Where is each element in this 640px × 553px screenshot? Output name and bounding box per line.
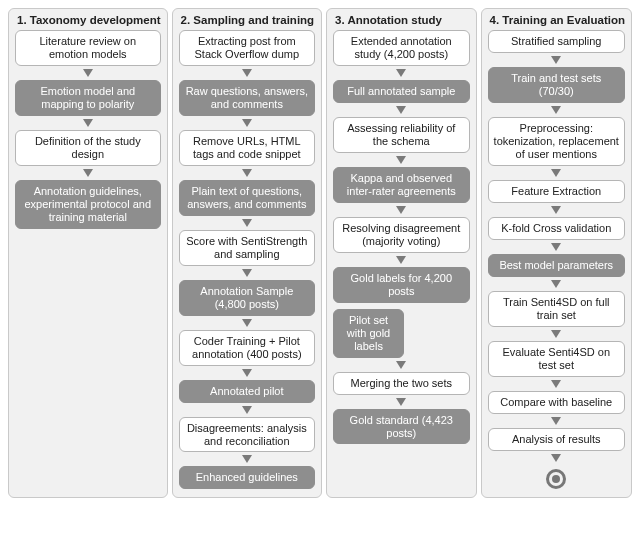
step-box: Gold standard (4,423 posts)	[333, 409, 469, 445]
arrow-down-icon	[83, 69, 93, 77]
column-title: 1. Taxonomy development	[17, 14, 161, 26]
step-box: Pilot set with gold labels	[333, 309, 404, 358]
step-box: Kappa and observed inter-rater agreement…	[333, 167, 469, 203]
step-box: Plain text of questions, answers, and co…	[179, 180, 315, 216]
column-4: 4. Training an EvaluationStratified samp…	[481, 8, 632, 498]
step-box: Analysis of results	[488, 428, 625, 451]
step-box: Feature Extraction	[488, 180, 625, 203]
step-box: Annotated pilot	[179, 380, 315, 403]
step-box: Extended annotation study (4,200 posts)	[333, 30, 469, 66]
step-box: Definition of the study design	[15, 130, 161, 166]
arrow-down-icon	[396, 69, 406, 77]
pilot-subrow: Pilot set with gold labels	[333, 309, 469, 358]
arrow-down-icon	[396, 156, 406, 164]
column-title: 4. Training an Evaluation	[490, 14, 625, 26]
arrow-down-icon	[242, 69, 252, 77]
step-box: Compare with baseline	[488, 391, 625, 414]
arrow-down-icon	[551, 56, 561, 64]
column-title: 3. Annotation study	[335, 14, 442, 26]
arrow-down-icon	[83, 119, 93, 127]
arrow-down-icon	[551, 243, 561, 251]
step-box: K-fold Cross validation	[488, 217, 625, 240]
step-box: Raw questions, answers, and comments	[179, 80, 315, 116]
arrow-down-icon	[551, 380, 561, 388]
workflow-diagram: 1. Taxonomy developmentLiterature review…	[8, 8, 632, 498]
step-box: Stratified sampling	[488, 30, 625, 53]
step-box: Enhanced guidelines	[179, 466, 315, 489]
column-2: 2. Sampling and trainingExtracting post …	[172, 8, 322, 498]
step-box: Train and test sets (70/30)	[488, 67, 625, 103]
arrow-down-icon	[551, 169, 561, 177]
arrow-down-icon	[551, 454, 561, 462]
step-box: Full annotated sample	[333, 80, 469, 103]
step-box: Remove URLs, HTML tags and code snippet	[179, 130, 315, 166]
step-box: Train Senti4SD on full train set	[488, 291, 625, 327]
arrow-down-icon	[242, 219, 252, 227]
column-3: 3. Annotation studyExtended annotation s…	[326, 8, 476, 498]
arrow-down-icon	[242, 406, 252, 414]
column-title: 2. Sampling and training	[181, 14, 315, 26]
arrow-down-icon	[551, 417, 561, 425]
step-box: Assessing reliability of the schema	[333, 117, 469, 153]
step-box: Evaluate Senti4SD on test set	[488, 341, 625, 377]
step-box: Literature review on emotion models	[15, 30, 161, 66]
step-box: Score with SentiStrength and sampling	[179, 230, 315, 266]
arrow-down-icon	[242, 169, 252, 177]
terminator-icon	[546, 469, 566, 489]
step-box: Extracting post from Stack Overflow dump	[179, 30, 315, 66]
step-box: Gold labels for 4,200 posts	[333, 267, 469, 303]
arrow-down-icon	[551, 106, 561, 114]
arrow-down-icon	[242, 269, 252, 277]
arrow-down-icon	[551, 280, 561, 288]
step-box: Annotation guidelines, experimental prot…	[15, 180, 161, 229]
step-box: Annotation Sample (4,800 posts)	[179, 280, 315, 316]
arrow-down-icon	[396, 106, 406, 114]
arrow-down-icon	[551, 206, 561, 214]
arrow-down-icon	[396, 206, 406, 214]
arrow-down-icon	[396, 361, 406, 369]
step-box: Resolving disagreement (majority voting)	[333, 217, 469, 253]
step-box: Coder Training + Pilot annotation (400 p…	[179, 330, 315, 366]
arrow-down-icon	[242, 319, 252, 327]
step-box: Best model parameters	[488, 254, 625, 277]
arrow-down-icon	[242, 119, 252, 127]
arrow-down-icon	[396, 256, 406, 264]
arrow-down-icon	[83, 169, 93, 177]
step-box: Disagreements: analysis and reconciliati…	[179, 417, 315, 453]
step-box: Emotion model and mapping to polarity	[15, 80, 161, 116]
column-1: 1. Taxonomy developmentLiterature review…	[8, 8, 168, 498]
step-box: Merging the two sets	[333, 372, 469, 395]
step-box: Preprocessing: tokenization, replacement…	[488, 117, 625, 166]
arrow-down-icon	[396, 398, 406, 406]
arrow-down-icon	[551, 330, 561, 338]
arrow-down-icon	[242, 455, 252, 463]
arrow-down-icon	[242, 369, 252, 377]
